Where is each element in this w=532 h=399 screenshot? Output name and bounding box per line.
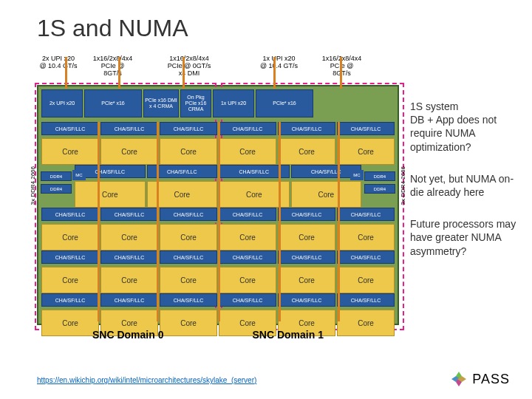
cha-block: CHA/SF/LLC [337,293,395,307]
pcie-block2: PCIe* x16 [256,89,313,117]
pass-logo: PASS [450,370,510,388]
upi1-block: 1x UPI x20 [213,89,254,117]
arrow-icon [279,122,281,321]
arrow-icon [338,122,340,321]
core-block: Core [100,224,158,250]
cha-block: CHA/SF/LLC [100,250,158,264]
arrow-icon [65,57,67,89]
arrow-icon [340,57,342,89]
mc-left: MC [72,170,86,180]
label-upi2: 2x UPI x20 @ 10.4 GT/s [39,55,78,70]
mc-right: MC [350,170,364,180]
core-block: Core [337,138,395,165]
dmi-block: PCIe x16 DMI x 4 CRMA [143,89,179,117]
core-block: Core [219,267,276,293]
onpkg-block: On Pkg PCIe x16 CRMA [180,89,211,117]
cha-block: CHA/SF/LLC [337,250,395,264]
io-band: 2x UPI x20 PCIe* x16 PCIe x16 DMI x 4 CR… [38,89,398,118]
core-block: Core [291,181,362,208]
arrow-icon [157,122,159,321]
core-block: Core [278,267,335,293]
cha-block: CHA/SF/LLC [278,208,335,221]
arrow-icon [183,57,185,89]
cha-block: CHA/SF/LLC [160,250,217,264]
cha-block: CHA/SF/LLC [278,250,335,264]
cha-block: CHA/SF/LLC [219,250,276,264]
core-block: Core [219,224,276,250]
arrow-icon [98,122,100,321]
upi-block: 2x UPI x20 [41,89,83,117]
cha-block: CHA/SF/LLC [278,293,335,307]
cha-block: CHA/SF/LLC [41,293,99,307]
note-2: Not yet, but NUMA on-die already here [410,172,521,199]
source-link[interactable]: https://en.wikichip.org/wiki/intel/micro… [37,376,256,384]
core-block: Core [41,138,99,165]
cha-block: CHA/SF/LLC [219,208,276,221]
ddr-label-right: 3x DDR4 2666 [400,166,406,205]
ddr-block: DDR4 [364,171,395,181]
cha-block: CHA/SF/LLC [219,293,276,307]
snc0-label: SNC Domain 0 [92,329,163,341]
core-block: Core [75,181,146,208]
core-block: Core [278,138,335,165]
snc-labels: SNC Domain 0 SNC Domain 1 [37,329,399,341]
top-labels: 2x UPI x20 @ 10.4 GT/s 1x16/2x8/4x4 PCIe… [37,55,399,85]
cha-block: CHA/SF/LLC [100,293,158,307]
ddr-left: DDR4 DDR4 [41,171,72,194]
core-block: Core [160,224,217,250]
cha-block: CHA/SF/LLC [337,208,395,221]
cha-block: CHA/SF/LLC [160,208,217,221]
ddr-block: DDR4 [41,184,72,194]
slide-title: 1S and NUMA [0,0,532,50]
cha-block: CHA/SF/LLC [337,122,395,135]
note-3: Future processors may have greater NUMA … [410,217,521,258]
arrow-icon [218,122,220,321]
snc1-label: SNC Domain 1 [252,329,323,341]
note-1: 1S system DB + App does not require NUMA… [410,100,521,154]
arrow-icon [273,57,276,89]
cha-block: CHA/SF/LLC [219,122,276,135]
notes-column: 1S system DB + App does not require NUMA… [410,100,521,276]
core-block: Core [100,267,158,293]
core-block: Core [337,224,395,250]
core-block: Core [337,267,395,293]
pcie-block: PCIe* x16 [84,89,142,117]
core-block: Core [160,138,217,165]
core-block: Core [100,138,158,165]
label-pcie1: 1x16/2x8/4x4 PCIe @ 8GT/s [92,55,133,78]
core-block: Core [278,224,335,250]
core-block: Core [160,267,217,293]
cha-block: CHA/SF/LLC [160,293,217,307]
cha-block: CHA/SF/LLC [41,208,99,221]
label-dmi: 1x16/2x8/4x4 PCIe @ 0GT/s x4 DMI [166,55,212,78]
cha-block: CHA/SF/LLC [41,250,99,264]
cha-block: CHA/SF/LLC [41,122,99,135]
cha-block: CHA/SF/LLC [160,122,217,135]
core-block: Core [41,267,99,293]
pass-logo-icon [450,370,468,388]
cha-block: CHA/SF/LLC [100,122,158,135]
pass-logo-text: PASS [472,372,510,387]
label-upi1: 1x UPI x20 @ 10.4 GT/s [259,55,299,70]
ddr-block: DDR4 [41,171,72,181]
numa-diagram: 2x UPI x20 @ 10.4 GT/s 1x16/2x8/4x4 PCIe… [37,55,399,351]
arrow-icon [118,57,120,89]
chip-die: 2x UPI x20 PCIe* x16 PCIe x16 DMI x 4 CR… [37,85,399,325]
cha-block: CHA/SF/LLC [100,208,158,221]
ddr-label-left: 3x DDR4 2666 [30,166,36,205]
core-block: Core [219,138,276,165]
cha-block: CHA/SF/LLC [278,122,335,135]
ddr-right: DDR4 DDR4 [364,171,395,194]
core-block: Core [41,224,99,250]
ddr-block: DDR4 [364,184,395,194]
